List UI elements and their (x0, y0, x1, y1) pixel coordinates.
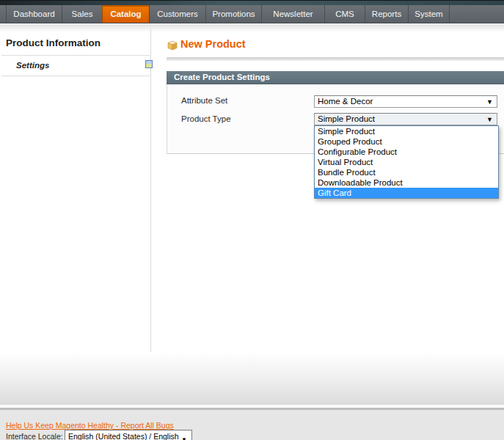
product-type-dropdown: Simple Product Grouped Product Configura… (314, 125, 499, 199)
report-bugs-link[interactable]: Help Us Keep Magento Healthy - Report Al… (6, 421, 174, 430)
product-type-value: Simple Product (318, 114, 375, 123)
chevron-down-icon: ▼ (486, 116, 493, 123)
nav-tab-newsletter[interactable]: Newsletter (261, 5, 324, 23)
page-title: New Product (180, 38, 246, 50)
unsaved-changes-icon (145, 60, 153, 68)
option-virtual-product[interactable]: Virtual Product (315, 157, 498, 167)
nav-tab-label: Sales (72, 10, 93, 18)
nav-end-separator (449, 5, 450, 23)
panel-title: Create Product Settings (174, 73, 270, 81)
header-top-bar (0, 0, 504, 5)
chevron-down-icon: ▼ (181, 434, 187, 440)
option-downloadable-product[interactable]: Downloadable Product (315, 177, 498, 188)
nav-tab-catalog[interactable]: Catalog (102, 5, 149, 23)
sidebar-item-settings[interactable]: Settings (0, 56, 150, 76)
interface-locale-value: English (United States) / English (68, 432, 179, 440)
option-grouped-product[interactable]: Grouped Product (315, 136, 498, 147)
interface-locale-label: Interface Locale: (6, 432, 63, 440)
nav-tab-label: Catalog (110, 10, 141, 18)
sidebar-title: Product Information (6, 37, 101, 48)
sidebar-item-label: Settings (16, 61, 49, 70)
content-bottom-fade (0, 352, 504, 405)
content-top-shadow (0, 24, 504, 32)
nav-tab-customers[interactable]: Customers (149, 5, 205, 23)
sidebar-separator (1, 76, 150, 76)
attribute-set-value: Home & Decor (318, 97, 373, 106)
product-type-label: Product Type (181, 114, 231, 123)
sidebar-divider (150, 29, 151, 352)
header-rule (167, 57, 504, 61)
option-bundle-product[interactable]: Bundle Product (315, 167, 498, 177)
chevron-down-icon: ▼ (486, 98, 493, 106)
product-box-icon (167, 40, 178, 51)
product-type-select[interactable]: Simple Product ▼ (314, 113, 497, 125)
attribute-set-label: Attribute Set (181, 96, 227, 105)
nav-tab-sales[interactable]: Sales (62, 5, 102, 23)
nav-tab-system[interactable]: System (408, 5, 449, 23)
nav-tab-promotions[interactable]: Promotions (205, 5, 261, 23)
nav-tab-cms[interactable]: CMS (324, 5, 365, 23)
magento-admin-page: Dashboard Sales Catalog Customers Promot… (0, 0, 504, 440)
option-configurable-product[interactable]: Configurable Product (315, 147, 498, 157)
option-simple-product[interactable]: Simple Product (315, 126, 498, 136)
nav-tab-label: Customers (157, 10, 198, 18)
nav-tab-label: CMS (335, 10, 354, 18)
nav-tab-label: Promotions (212, 10, 255, 18)
nav-tab-label: Newsletter (273, 10, 313, 18)
interface-locale-select[interactable]: English (United States) / English ▼ (65, 430, 192, 440)
main-nav: Dashboard Sales Catalog Customers Promot… (0, 5, 504, 23)
option-gift-card[interactable]: Gift Card (315, 188, 498, 198)
nav-tab-dashboard[interactable]: Dashboard (6, 5, 62, 23)
nav-tab-label: Dashboard (13, 10, 54, 18)
attribute-set-select[interactable]: Home & Decor ▼ (314, 95, 497, 108)
panel-header: Create Product Settings (167, 71, 504, 84)
nav-tab-label: Reports (372, 10, 401, 18)
nav-tab-reports[interactable]: Reports (365, 5, 408, 23)
nav-tab-label: System (414, 10, 442, 18)
